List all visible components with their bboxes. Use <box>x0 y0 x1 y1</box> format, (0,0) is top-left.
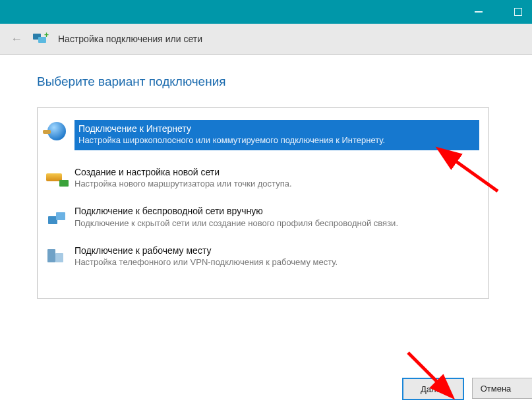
window-title: Настройка подключения или сети <box>58 34 202 44</box>
option-desc: Настройка телефонного или VPN-подключени… <box>74 256 338 268</box>
router-icon <box>45 166 68 189</box>
option-desc: Подключение к скрытой сети или создание … <box>74 218 398 229</box>
minimize-button[interactable] <box>469 2 488 22</box>
option-title: Создание и настройка новой сети <box>74 166 292 178</box>
wizard-buttons: Далее Отмена <box>402 378 532 400</box>
cancel-button[interactable]: Отмена <box>472 378 532 399</box>
option-desc: Настройка широкополосного или коммутируе… <box>78 134 475 146</box>
title-bar <box>0 0 532 24</box>
option-connect-internet[interactable]: Подключение к Интернету Настройка широко… <box>44 117 481 153</box>
page-heading: Выберите вариант подключения <box>37 74 495 89</box>
maximize-button[interactable] <box>508 2 528 22</box>
option-desc: Настройка нового маршрутизатора или точк… <box>74 178 292 190</box>
workplace-icon <box>45 245 68 267</box>
option-workplace[interactable]: Подключение к рабочему месту Настройка т… <box>44 242 481 271</box>
option-title: Подключение к рабочему месту <box>74 245 338 256</box>
next-button[interactable]: Далее <box>402 378 464 400</box>
wizard-header: ← + Настройка подключения или сети <box>0 24 532 55</box>
option-title: Подключение к Интернету <box>78 123 475 134</box>
option-new-network[interactable]: Создание и настройка новой сети Настройк… <box>44 163 481 192</box>
back-arrow-icon[interactable]: ← <box>11 32 22 46</box>
connection-options-list: Подключение к Интернету Настройка широко… <box>37 107 489 299</box>
globe-icon <box>45 120 68 142</box>
option-manual-wireless[interactable]: Подключение к беспроводной сети вручную … <box>44 202 481 231</box>
network-setup-icon: + <box>33 32 47 46</box>
option-title: Подключение к беспроводной сети вручную <box>74 205 398 217</box>
wifi-icon <box>45 205 68 227</box>
